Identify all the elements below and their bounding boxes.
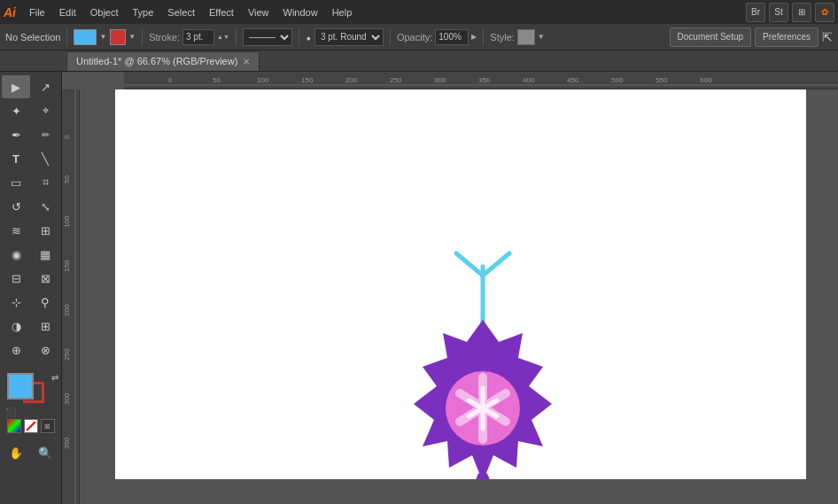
selection-indicator: No Selection	[5, 32, 60, 43]
swap-colors-icon[interactable]: ⇄	[51, 373, 58, 383]
rotate-tool[interactable]: ↺	[2, 195, 30, 218]
tool-row-9: ⊟ ⊠	[2, 267, 59, 290]
svg-text:100: 100	[257, 76, 269, 84]
slice-tool[interactable]: ⊠	[31, 267, 59, 290]
scale-tool[interactable]: ⤡	[31, 195, 59, 218]
menu-select[interactable]: Select	[161, 5, 201, 19]
opacity-label: Opacity:	[397, 32, 432, 43]
direct-selection-tool[interactable]: ↗	[31, 75, 59, 98]
type-tool[interactable]: T	[2, 147, 30, 170]
svg-text:450: 450	[567, 76, 579, 84]
style-area: Style: ▼	[490, 29, 544, 45]
stroke-width-input[interactable]	[182, 29, 214, 45]
zoom-tool[interactable]: 🔍	[31, 441, 59, 464]
tool-row-7: ≋ ⊞	[2, 219, 59, 242]
svg-text:350: 350	[478, 76, 491, 84]
mesh-gradient-icon[interactable]: ⊠	[41, 419, 55, 433]
svg-text:400: 400	[523, 76, 535, 84]
canvas-area[interactable]: 0 50 100 150 200 250 300 350 400 450 500…	[62, 72, 838, 504]
stock-icon-btn[interactable]: St	[769, 3, 788, 22]
tool-row-3: ✒ ✏	[2, 123, 59, 146]
stroke-profile-select[interactable]: ———	[243, 28, 292, 46]
svg-text:250: 250	[63, 348, 71, 361]
tools-panel: ▶ ↗ ✦ ⌖ ✒ ✏ T ╲ ▭ ⌗ ↺ ⤡ ≋ ⊞ ◉ ▦	[0, 72, 62, 504]
column-graph-tool[interactable]: ▦	[31, 243, 59, 266]
hand-tool[interactable]: ✋	[2, 441, 30, 464]
shape-builder-tool[interactable]: ⊕	[2, 338, 30, 361]
menu-window[interactable]: Window	[277, 5, 324, 19]
svg-text:0: 0	[168, 76, 173, 84]
ruler-horizontal: 0 50 100 150 200 250 300 350 400 450 500…	[124, 72, 838, 89]
opacity-input[interactable]	[435, 29, 469, 45]
svg-text:200: 200	[345, 76, 358, 84]
tool-row-12: ⊕ ⊗	[2, 338, 59, 361]
menu-type[interactable]: Type	[127, 5, 160, 19]
style-label: Style:	[490, 32, 515, 43]
stroke-area[interactable]: ▼	[110, 29, 136, 45]
color-mode-icon[interactable]	[7, 419, 21, 433]
document-tab[interactable]: Untitled-1* @ 66.67% (RGB/Preview) ✕	[66, 51, 260, 71]
document-setup-button[interactable]: Document Setup	[670, 27, 752, 47]
gradient-tool[interactable]: ◑	[2, 314, 30, 337]
menu-file[interactable]: File	[23, 5, 51, 19]
lasso-tool[interactable]: ⌖	[31, 99, 59, 122]
fill-area[interactable]: ▼	[74, 29, 106, 45]
svg-line-24	[456, 253, 483, 275]
grid-icon-btn[interactable]: ⊞	[792, 3, 811, 22]
symbol-sprayer-tool[interactable]: ◉	[2, 243, 30, 266]
stroke-weight-display: ⬥	[306, 32, 312, 43]
svg-text:350: 350	[63, 437, 71, 449]
fill-swatch[interactable]	[74, 29, 97, 45]
selection-tool[interactable]: ▶	[2, 75, 30, 98]
menu-view[interactable]: View	[242, 5, 275, 19]
stroke-swatch[interactable]	[110, 29, 126, 45]
svg-text:150: 150	[301, 76, 314, 84]
paintbucket-tool[interactable]: ⚲	[31, 291, 59, 314]
fill-arrow[interactable]: ▼	[99, 33, 106, 41]
stroke-up[interactable]: ▲▼	[217, 34, 229, 41]
svg-text:550: 550	[656, 76, 668, 84]
style-arrow[interactable]: ▼	[538, 33, 545, 41]
doc-tab-close[interactable]: ✕	[243, 57, 250, 66]
branch-group	[456, 253, 509, 329]
preferences-button[interactable]: Preferences	[755, 27, 819, 47]
stroke-arrow[interactable]: ▼	[128, 33, 136, 41]
svg-text:0: 0	[63, 135, 71, 139]
line-tool[interactable]: ╲	[31, 147, 59, 170]
tool-row-4: T ╲	[2, 147, 59, 170]
ornament-group	[414, 320, 552, 479]
divider-3	[236, 28, 237, 46]
none-swatch[interactable]	[24, 419, 38, 433]
bridge-icon-btn[interactable]: Br	[746, 3, 765, 22]
artboard-tool[interactable]: ⊟	[2, 267, 30, 290]
stroke-cap-select[interactable]: 3 pt. Round Round Flat Square	[314, 28, 384, 46]
style-swatch[interactable]	[517, 29, 535, 45]
eyedropper-tool[interactable]: ⊹	[2, 291, 30, 314]
svg-text:200: 200	[63, 304, 71, 316]
ruler-vertical: 0 50 100 150 200 250 300 350	[62, 89, 80, 504]
ornament-bottom-drip	[476, 471, 490, 479]
text-tool[interactable]: ✏	[31, 123, 59, 146]
menu-object[interactable]: Object	[84, 5, 125, 19]
pen-tool[interactable]: ✒	[2, 123, 30, 146]
tool-row-11: ◑ ⊞	[2, 314, 59, 337]
tool-row-1: ▶ ↗	[2, 75, 59, 98]
magic-wand-tool[interactable]: ✦	[2, 99, 30, 122]
document-canvas	[115, 89, 806, 479]
live-paint-tool[interactable]: ⊗	[31, 338, 59, 361]
menu-edit[interactable]: Edit	[53, 5, 82, 19]
app-logo: Ai	[4, 5, 16, 19]
fill-color-swatch[interactable]	[7, 373, 34, 399]
spiral-icon-btn[interactable]: ✿	[815, 3, 834, 22]
free-transform-tool[interactable]: ⊞	[31, 219, 59, 242]
arrange-btn[interactable]: ⇱	[822, 30, 833, 44]
mesh-tool[interactable]: ⊞	[31, 314, 59, 337]
rectangle-tool[interactable]: ▭	[2, 171, 30, 194]
menu-help[interactable]: Help	[326, 5, 359, 19]
svg-text:600: 600	[700, 76, 712, 84]
warp-tool[interactable]: ≋	[2, 219, 30, 242]
opacity-arrow[interactable]: ▶	[471, 33, 477, 41]
paintbrush-tool[interactable]: ⌗	[31, 171, 59, 194]
default-colors-icon[interactable]: ⬛	[5, 407, 16, 417]
menu-effect[interactable]: Effect	[203, 5, 240, 19]
